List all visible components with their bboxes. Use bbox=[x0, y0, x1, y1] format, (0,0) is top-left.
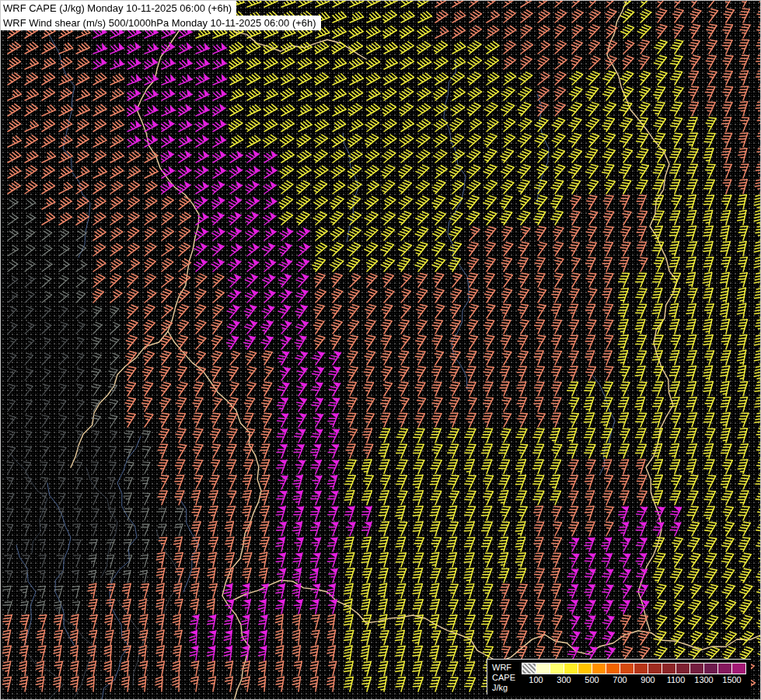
weather-map: WRF CAPE (J/kg) Monday 10-11-2025 06:00 … bbox=[0, 0, 761, 700]
legend-label-block: WRF CAPE J/kg bbox=[492, 663, 515, 693]
legend-tick: 1100 bbox=[667, 675, 686, 684]
legend-color-cell bbox=[676, 663, 689, 674]
legend-label-cape: CAPE bbox=[492, 673, 515, 683]
title-wind-shear: WRF Wind shear (m/s) 500/1000hPa Monday … bbox=[1, 16, 321, 30]
legend-tick: 1500 bbox=[722, 675, 741, 684]
legend-color-cell bbox=[718, 663, 731, 674]
legend-label-wrf: WRF bbox=[492, 663, 515, 673]
legend-scale-wrap: 100300500700900110013001500 bbox=[522, 663, 746, 685]
legend-color-cell bbox=[578, 663, 592, 674]
cape-legend: WRF CAPE J/kg 10030050070090011001300150… bbox=[487, 659, 751, 695]
legend-color-cell bbox=[662, 663, 675, 674]
legend-tick: 1300 bbox=[694, 675, 713, 684]
legend-color-cell bbox=[704, 663, 717, 674]
wind-barb-layer bbox=[1, 1, 761, 700]
legend-tick-labels: 100300500700900110013001500 bbox=[522, 674, 746, 685]
legend-color-cell bbox=[634, 663, 648, 674]
legend-tick: 100 bbox=[529, 675, 543, 684]
legend-label-unit: J/kg bbox=[492, 683, 515, 693]
legend-color-cell bbox=[648, 663, 662, 674]
legend-tick: 700 bbox=[613, 675, 627, 684]
legend-color-cell bbox=[732, 663, 745, 674]
legend-color-cell bbox=[550, 663, 564, 674]
legend-tick: 300 bbox=[557, 675, 571, 684]
legend-tick: 500 bbox=[585, 675, 599, 684]
legend-color-cell bbox=[536, 663, 550, 674]
legend-color-cell bbox=[564, 663, 578, 674]
legend-tick: 900 bbox=[641, 675, 655, 684]
legend-color-cell bbox=[606, 663, 620, 674]
legend-color-scale bbox=[522, 663, 746, 674]
legend-color-cell bbox=[592, 663, 606, 674]
map-titles: WRF CAPE (J/kg) Monday 10-11-2025 06:00 … bbox=[1, 1, 321, 30]
legend-color-cell bbox=[620, 663, 634, 674]
title-cape: WRF CAPE (J/kg) Monday 10-11-2025 06:00 … bbox=[1, 1, 236, 16]
legend-color-cell bbox=[522, 663, 536, 674]
legend-color-cell bbox=[690, 663, 703, 674]
